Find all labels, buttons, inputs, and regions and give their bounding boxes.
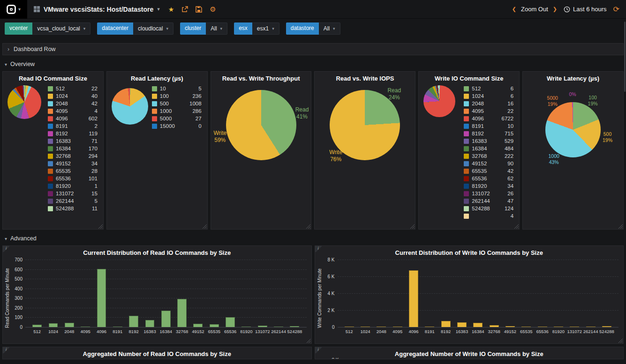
bar-slot <box>158 260 174 327</box>
y-tick-label: 500 <box>15 276 23 282</box>
gear-icon[interactable]: ⚙ <box>210 5 216 14</box>
panel-resize-handle[interactable] <box>98 224 103 229</box>
legend-label[interactable]: 65536 <box>56 176 71 181</box>
variable-value-dropdown[interactable]: esx1▾ <box>252 22 279 35</box>
legend-label[interactable]: 65535 <box>472 168 487 174</box>
legend-label[interactable]: 2048 <box>56 101 68 106</box>
row-header-overview[interactable]: ▾ Overview <box>5 61 621 67</box>
legend-label[interactable]: 81920 <box>472 183 487 189</box>
legend-row: 65536101 <box>48 175 99 182</box>
legend-label[interactable]: 65535 <box>56 168 71 174</box>
legend-color-chip <box>464 169 469 174</box>
x-tick-label: 2048 <box>373 329 389 334</box>
legend-label[interactable]: 100 <box>160 93 169 99</box>
zoom-out-label[interactable]: Zoom Out <box>521 6 548 13</box>
legend-label[interactable]: 32768 <box>56 153 71 159</box>
panel-info-icon[interactable]: i <box>3 347 9 353</box>
dashboard-title: VMware vscsiStats: Host/Datastore <box>44 6 153 13</box>
legend-label[interactable]: 5000 <box>160 116 172 121</box>
grafana-logo-button[interactable]: ▾ <box>0 0 27 19</box>
variable-value-dropdown[interactable]: cloudlocal▾ <box>133 22 173 35</box>
bar-slot <box>29 260 45 327</box>
y-tick-label: 300 <box>15 296 23 301</box>
legend-label[interactable]: 1024 <box>472 93 484 99</box>
bar-slot <box>373 260 389 327</box>
legend-label[interactable]: 262144 <box>56 198 74 204</box>
panel-resize-handle[interactable] <box>202 224 207 229</box>
zoom-out-control[interactable]: ❮ Zoom Out ❯ <box>512 6 557 13</box>
star-icon[interactable]: ★ <box>168 6 174 13</box>
panel-resize-handle[interactable] <box>306 338 311 343</box>
bar-slot <box>422 260 437 327</box>
legend-label[interactable]: 4096 <box>472 116 484 121</box>
legend-label[interactable]: 500 <box>160 101 169 106</box>
legend-label[interactable]: 4095 <box>472 108 484 114</box>
legend-label[interactable]: 16384 <box>56 146 71 151</box>
legend-label[interactable]: 131072 <box>56 191 74 196</box>
legend-label[interactable]: 16383 <box>472 138 487 144</box>
legend-label[interactable]: 49152 <box>56 161 71 166</box>
variable-datastore: datastore All▾ <box>286 22 340 35</box>
panel-title[interactable]: Write Latency (µs) <box>523 72 623 83</box>
legend-label[interactable]: 65536 <box>472 176 487 181</box>
refresh-icon[interactable]: ⟳ <box>613 5 619 14</box>
panel-info-icon[interactable]: i <box>3 246 9 252</box>
panel-info-icon[interactable]: i <box>315 246 322 252</box>
variable-value-dropdown[interactable]: All▾ <box>319 22 340 35</box>
legend-label[interactable]: 16384 <box>472 146 487 151</box>
legend-label[interactable]: 10 <box>160 86 166 91</box>
legend-label[interactable]: 8192 <box>472 131 484 136</box>
panel-title[interactable]: Read vs. Write IOPS <box>315 72 415 83</box>
dashboard-title-dropdown[interactable]: VMware vscsiStats: Host/Datastore ▾ <box>34 6 160 13</box>
time-range-label: Last 6 hours <box>573 6 607 13</box>
panel-resize-handle[interactable] <box>514 224 519 229</box>
time-range-picker[interactable]: Last 6 hours <box>564 6 607 13</box>
scrollbar-thumb[interactable] <box>624 22 626 92</box>
panel-title[interactable]: Read vs. Write Throughput <box>211 72 311 83</box>
variable-value-dropdown[interactable]: All▾ <box>206 22 227 35</box>
panel-title[interactable]: Current Distribution of Write IO Command… <box>315 246 624 258</box>
legend-label[interactable]: 1000 <box>160 108 172 114</box>
variable-value-dropdown[interactable]: vcsa_cloud_local▾ <box>32 22 91 35</box>
chevron-left-icon[interactable]: ❮ <box>512 6 516 12</box>
legend-label[interactable]: 262144 <box>472 198 490 204</box>
panel-title[interactable]: Read IO Command Size <box>3 72 103 83</box>
legend-label[interactable]: 131072 <box>472 191 490 196</box>
legend-label[interactable]: 4095 <box>56 108 68 114</box>
legend-label[interactable]: 32768 <box>472 153 487 159</box>
panel-title[interactable]: Write IO Command Size <box>419 72 519 83</box>
panel-title[interactable]: Aggregated Number of Write IO Commands b… <box>315 347 624 359</box>
legend-color-chip <box>464 101 469 106</box>
legend-label[interactable]: 512 <box>56 86 65 91</box>
legend-label[interactable]: 524288 <box>472 206 490 211</box>
x-tick-label: 65536 <box>534 329 550 334</box>
legend-label[interactable]: 4096 <box>56 116 68 121</box>
collapsed-row-dashboard-row[interactable]: › Dashboard Row <box>2 43 624 55</box>
panel-title[interactable]: Current Distribution of Read IO Commands… <box>3 246 311 258</box>
row-header-advanced[interactable]: ▾ Advanced <box>5 235 621 242</box>
panel-title[interactable]: Read Latency (µs) <box>107 72 207 83</box>
legend-label[interactable]: 512 <box>472 86 481 91</box>
chevron-right-icon[interactable]: ❯ <box>553 6 557 12</box>
legend-label[interactable]: 16383 <box>56 138 71 144</box>
legend-label[interactable]: 15000 <box>160 123 175 129</box>
legend-label[interactable]: 1024 <box>56 93 68 99</box>
save-icon[interactable] <box>196 6 202 13</box>
legend-color-chip <box>464 109 469 114</box>
legend-color-chip <box>464 146 469 151</box>
share-icon[interactable] <box>181 6 188 13</box>
legend-label[interactable]: 8191 <box>472 123 484 129</box>
legend-label[interactable]: 8192 <box>56 131 68 136</box>
legend-label[interactable]: 524288 <box>56 206 74 211</box>
legend-label[interactable]: 81920 <box>56 183 71 189</box>
legend-label[interactable]: 2048 <box>472 101 484 106</box>
legend-value: 42 <box>91 101 99 106</box>
legend-row: 8192034 <box>464 182 515 190</box>
panel-title[interactable]: Aggregated Number of Read IO Commands by… <box>3 347 311 359</box>
row-title: Advanced <box>10 235 37 242</box>
legend-label[interactable]: 8191 <box>56 123 68 129</box>
legend-label[interactable]: 49152 <box>472 161 487 166</box>
panel-resize-handle[interactable] <box>618 338 623 343</box>
legend-value: 71 <box>91 138 99 144</box>
panel-info-icon[interactable]: i <box>315 347 322 353</box>
